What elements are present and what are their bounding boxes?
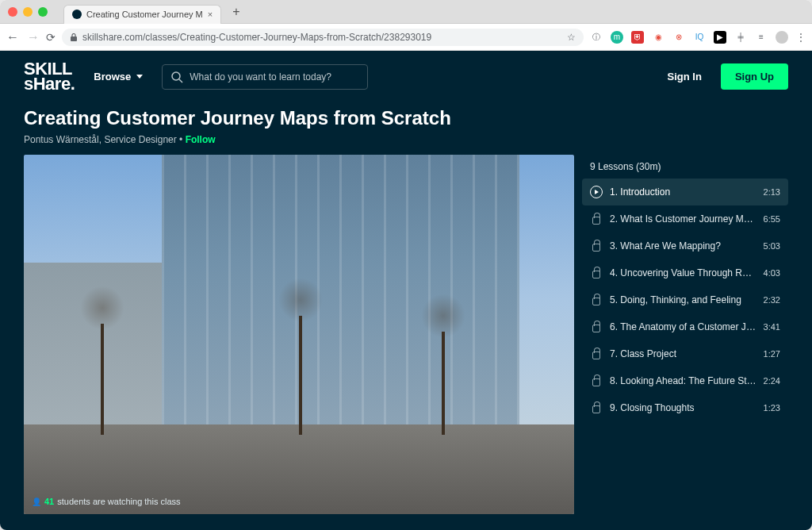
menu-icon[interactable]: ⋮ bbox=[796, 32, 806, 43]
ext-icon-9[interactable]: ≡ bbox=[755, 31, 768, 44]
lesson-item[interactable]: 2. What Is Customer Journey Mapping?6:55 bbox=[582, 205, 788, 232]
search-bar[interactable] bbox=[162, 64, 368, 90]
lesson-item[interactable]: 8. Looking Ahead: The Future State Jo...… bbox=[582, 367, 788, 394]
new-tab-button[interactable]: + bbox=[228, 5, 244, 19]
lock-icon bbox=[590, 348, 603, 360]
titlebar: Creating Customer Journey M × + bbox=[0, 0, 812, 24]
reload-button[interactable]: ⟳ bbox=[46, 31, 56, 44]
address-bar[interactable]: skillshare.com/classes/Creating-Customer… bbox=[62, 29, 584, 46]
class-meta: Creating Customer Journey Maps from Scra… bbox=[0, 102, 812, 155]
lock-icon bbox=[70, 33, 78, 41]
window-minimize-button[interactable] bbox=[23, 7, 33, 17]
logo-line2: sHare. bbox=[24, 77, 75, 92]
watching-label: students are watching this class bbox=[57, 497, 180, 506]
sign-in-link[interactable]: Sign In bbox=[668, 71, 702, 83]
extension-icons: ⓘ m ⛨ ◉ ⊗ IQ ▶ ╪ ≡ ⋮ bbox=[590, 31, 806, 44]
back-button[interactable]: ← bbox=[6, 30, 19, 44]
lesson-title: 5. Doing, Thinking, and Feeling bbox=[610, 294, 756, 305]
browser-tab[interactable]: Creating Customer Journey M × bbox=[63, 5, 221, 24]
window-close-button[interactable] bbox=[8, 7, 17, 17]
ext-icon-7[interactable]: ▶ bbox=[714, 31, 726, 44]
follow-link[interactable]: Follow bbox=[186, 134, 216, 145]
lesson-duration: 5:03 bbox=[764, 241, 780, 251]
address-bar-row: ← → ⟳ skillshare.com/classes/Creating-Cu… bbox=[0, 24, 812, 51]
lesson-duration: 1:23 bbox=[764, 403, 780, 413]
forward-button[interactable]: → bbox=[27, 30, 40, 44]
video-player[interactable]: 41 students are watching this class bbox=[24, 155, 574, 514]
lesson-duration: 2:13 bbox=[764, 187, 780, 197]
lesson-title: 4. Uncovering Value Through Research bbox=[610, 267, 756, 278]
video-thumbnail bbox=[24, 155, 574, 514]
ext-icon-4[interactable]: ◉ bbox=[652, 31, 665, 44]
watching-count: 41 bbox=[44, 497, 54, 506]
watching-badge: 41 students are watching this class bbox=[32, 497, 181, 506]
lesson-duration: 2:24 bbox=[764, 376, 780, 386]
lesson-title: 9. Closing Thoughts bbox=[610, 402, 756, 413]
lock-icon bbox=[590, 294, 603, 306]
ext-icon-6[interactable]: IQ bbox=[693, 31, 706, 44]
traffic-lights bbox=[8, 7, 48, 17]
lock-icon bbox=[590, 240, 603, 252]
star-icon[interactable]: ☆ bbox=[567, 32, 576, 43]
tab-close-icon[interactable]: × bbox=[208, 10, 213, 19]
lesson-duration: 2:32 bbox=[764, 295, 780, 305]
lesson-title: 8. Looking Ahead: The Future State Jo... bbox=[610, 375, 756, 386]
lesson-title: 1. Introduction bbox=[610, 186, 756, 198]
lesson-item[interactable]: 5. Doing, Thinking, and Feeling2:32 bbox=[582, 286, 788, 313]
avatar-icon[interactable] bbox=[776, 31, 788, 44]
window-maximize-button[interactable] bbox=[38, 7, 48, 17]
browse-label: Browse bbox=[94, 71, 131, 83]
lesson-item[interactable]: 7. Class Project1:27 bbox=[582, 340, 788, 367]
svg-line-2 bbox=[179, 79, 182, 83]
search-icon bbox=[170, 71, 183, 83]
class-title: Creating Customer Journey Maps from Scra… bbox=[24, 107, 788, 129]
author-name[interactable]: Pontus Wärnestål, Service Designer bbox=[24, 134, 177, 145]
search-input[interactable] bbox=[190, 71, 359, 83]
ext-icon-1[interactable]: ⓘ bbox=[590, 31, 603, 44]
site-header: SKILL sHare. Browse Sign In Sign Up bbox=[0, 51, 812, 102]
lessons-list: 1. Introduction2:132. What Is Customer J… bbox=[582, 179, 788, 421]
browser-window: Creating Customer Journey M × + ← → ⟳ sk… bbox=[0, 0, 812, 530]
lesson-duration: 1:27 bbox=[764, 349, 780, 359]
sign-up-button[interactable]: Sign Up bbox=[721, 63, 788, 90]
lesson-item[interactable]: 4. Uncovering Value Through Research4:03 bbox=[582, 259, 788, 286]
svg-rect-0 bbox=[71, 36, 77, 41]
lesson-item[interactable]: 3. What Are We Mapping?5:03 bbox=[582, 232, 788, 259]
lock-icon bbox=[590, 267, 603, 279]
lessons-playlist: 9 Lessons (30m) 1. Introduction2:132. Wh… bbox=[582, 155, 788, 514]
lock-icon bbox=[590, 321, 603, 333]
content-row: 41 students are watching this class 9 Le… bbox=[0, 155, 812, 530]
playlist-header: 9 Lessons (30m) bbox=[582, 155, 788, 179]
lesson-title: 2. What Is Customer Journey Mapping? bbox=[610, 213, 756, 225]
lesson-item[interactable]: 1. Introduction2:13 bbox=[582, 179, 788, 205]
lock-icon bbox=[590, 213, 603, 225]
lesson-item[interactable]: 9. Closing Thoughts1:23 bbox=[582, 394, 788, 421]
lesson-item[interactable]: 6. The Anatomy of a Customer Journey...3… bbox=[582, 313, 788, 340]
ext-icon-3[interactable]: ⛨ bbox=[631, 31, 644, 44]
ext-icon-5[interactable]: ⊗ bbox=[672, 31, 685, 44]
lesson-duration: 6:55 bbox=[764, 214, 780, 224]
lesson-title: 6. The Anatomy of a Customer Journey... bbox=[610, 321, 756, 332]
lock-icon bbox=[590, 374, 603, 387]
lesson-duration: 4:03 bbox=[764, 268, 780, 278]
svg-point-1 bbox=[172, 72, 180, 80]
ext-icon-2[interactable]: m bbox=[611, 31, 623, 44]
lesson-title: 3. What Are We Mapping? bbox=[610, 240, 756, 252]
lesson-duration: 3:41 bbox=[764, 322, 780, 332]
play-icon bbox=[590, 186, 603, 198]
ext-icon-8[interactable]: ╪ bbox=[734, 31, 747, 44]
lock-icon bbox=[590, 401, 603, 414]
nav-arrows: ← → bbox=[6, 30, 40, 44]
browse-dropdown[interactable]: Browse bbox=[94, 71, 143, 83]
class-author-line: Pontus Wärnestål, Service Designer • Fol… bbox=[24, 134, 788, 145]
skillshare-page: SKILL sHare. Browse Sign In Sign Up Crea… bbox=[0, 51, 812, 530]
tab-title: Creating Customer Journey M bbox=[86, 10, 203, 19]
lesson-title: 7. Class Project bbox=[610, 348, 756, 359]
tab-favicon bbox=[72, 10, 82, 19]
skillshare-logo[interactable]: SKILL sHare. bbox=[24, 62, 75, 91]
url-text: skillshare.com/classes/Creating-Customer… bbox=[82, 32, 562, 43]
